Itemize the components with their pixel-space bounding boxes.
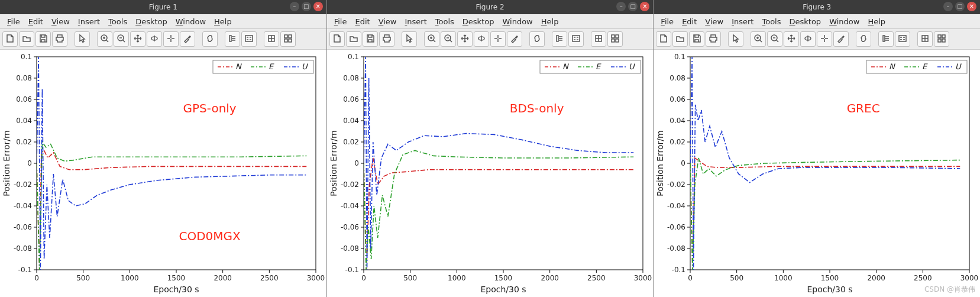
colorbar-button[interactable] bbox=[552, 31, 567, 47]
menu-help[interactable]: Help bbox=[211, 16, 235, 27]
zoom-out-icon bbox=[117, 34, 126, 45]
grid-icon bbox=[594, 34, 603, 45]
zoom-out-button[interactable] bbox=[441, 31, 456, 47]
menu-window[interactable]: Window bbox=[826, 16, 863, 27]
save-button[interactable] bbox=[363, 31, 378, 47]
menu-view[interactable]: View bbox=[48, 16, 73, 27]
svg-text:N: N bbox=[562, 62, 569, 71]
new-button[interactable] bbox=[2, 31, 18, 47]
rotate3d-button[interactable] bbox=[474, 31, 489, 47]
data-cursor-button[interactable] bbox=[490, 31, 506, 47]
menu-edit[interactable]: Edit bbox=[678, 16, 700, 27]
minimize-button[interactable]: – bbox=[943, 2, 953, 11]
grid-button[interactable] bbox=[591, 31, 606, 47]
menu-file[interactable]: File bbox=[331, 16, 351, 27]
menu-window[interactable]: Window bbox=[499, 16, 536, 27]
menu-file[interactable]: File bbox=[4, 16, 24, 27]
link-button[interactable] bbox=[529, 31, 545, 47]
menu-insert[interactable]: Insert bbox=[728, 16, 757, 27]
new-icon bbox=[5, 34, 15, 45]
pointer-button[interactable] bbox=[75, 31, 90, 47]
pan-button[interactable] bbox=[784, 31, 799, 47]
zoom-in-button[interactable] bbox=[751, 31, 766, 47]
menu-tools[interactable]: Tools bbox=[432, 16, 458, 27]
new-button[interactable] bbox=[656, 31, 671, 47]
close-button[interactable]: × bbox=[967, 2, 976, 11]
menu-tools[interactable]: Tools bbox=[758, 16, 784, 27]
data-cursor-button[interactable] bbox=[817, 31, 832, 47]
pointer-button[interactable] bbox=[728, 31, 743, 47]
zoom-in-button[interactable] bbox=[97, 31, 112, 47]
new-button[interactable] bbox=[329, 31, 345, 47]
brush-button[interactable] bbox=[180, 31, 195, 47]
open-button[interactable] bbox=[672, 31, 688, 47]
menu-insert[interactable]: Insert bbox=[75, 16, 104, 27]
menu-view[interactable]: View bbox=[375, 16, 400, 27]
link-button[interactable] bbox=[856, 31, 871, 47]
zoom-in-icon bbox=[753, 34, 763, 45]
menu-view[interactable]: View bbox=[701, 16, 727, 27]
legend-button[interactable] bbox=[568, 31, 584, 47]
menu-edit[interactable]: Edit bbox=[25, 16, 47, 27]
svg-text:COD0MGX: COD0MGX bbox=[179, 229, 241, 243]
svg-text:-0.02: -0.02 bbox=[341, 180, 359, 189]
save-button[interactable] bbox=[35, 31, 51, 47]
minimize-button[interactable]: – bbox=[616, 2, 626, 11]
svg-text:0.02: 0.02 bbox=[16, 138, 32, 146]
print-button[interactable] bbox=[379, 31, 394, 47]
link-button[interactable] bbox=[202, 31, 218, 47]
grid-button[interactable] bbox=[917, 31, 933, 47]
menu-file[interactable]: File bbox=[657, 16, 677, 27]
pointer-icon bbox=[731, 34, 740, 45]
svg-text:U: U bbox=[302, 62, 308, 71]
legend-button[interactable] bbox=[895, 31, 910, 47]
svg-text:0: 0 bbox=[688, 274, 693, 282]
subplot-button[interactable] bbox=[934, 31, 949, 47]
colorbar-button[interactable] bbox=[225, 31, 240, 47]
open-button[interactable] bbox=[346, 31, 361, 47]
svg-text:GPS-only: GPS-only bbox=[183, 101, 237, 115]
close-button[interactable]: × bbox=[640, 2, 649, 11]
window-title: Figure 1 bbox=[0, 3, 326, 11]
pointer-button[interactable] bbox=[402, 31, 417, 47]
pan-button[interactable] bbox=[130, 31, 145, 47]
menu-window[interactable]: Window bbox=[172, 16, 209, 27]
zoom-out-button[interactable] bbox=[114, 31, 129, 47]
grid-button[interactable] bbox=[264, 31, 279, 47]
menu-edit[interactable]: Edit bbox=[351, 16, 373, 27]
subplot-button[interactable] bbox=[280, 31, 296, 47]
close-button[interactable]: × bbox=[313, 2, 323, 11]
menu-desktop[interactable]: Desktop bbox=[786, 16, 825, 27]
menu-help[interactable]: Help bbox=[538, 16, 562, 27]
print-button[interactable] bbox=[52, 31, 67, 47]
link-icon bbox=[859, 34, 868, 45]
maximize-button[interactable]: □ bbox=[628, 2, 638, 11]
minimize-button[interactable]: – bbox=[290, 2, 299, 11]
brush-button[interactable] bbox=[833, 31, 849, 47]
zoom-out-button[interactable] bbox=[767, 31, 782, 47]
menu-tools[interactable]: Tools bbox=[105, 16, 131, 27]
maximize-button[interactable]: □ bbox=[955, 2, 965, 11]
maximize-button[interactable]: □ bbox=[302, 2, 311, 11]
colorbar-button[interactable] bbox=[878, 31, 894, 47]
brush-button[interactable] bbox=[507, 31, 522, 47]
pan-button[interactable] bbox=[457, 31, 473, 47]
legend-button[interactable] bbox=[241, 31, 257, 47]
print-button[interactable] bbox=[706, 31, 721, 47]
new-icon bbox=[659, 34, 668, 45]
open-button[interactable] bbox=[19, 31, 34, 47]
data-cursor-button[interactable] bbox=[163, 31, 179, 47]
menu-help[interactable]: Help bbox=[864, 16, 889, 27]
svg-text:500: 500 bbox=[730, 274, 744, 282]
svg-text:-0.1: -0.1 bbox=[18, 266, 32, 274]
save-button[interactable] bbox=[689, 31, 704, 47]
rotate3d-button[interactable] bbox=[147, 31, 162, 47]
svg-text:1500: 1500 bbox=[821, 274, 839, 282]
subplot-button[interactable] bbox=[607, 31, 623, 47]
svg-text:-0.08: -0.08 bbox=[341, 244, 359, 253]
menu-insert[interactable]: Insert bbox=[402, 16, 431, 27]
rotate3d-button[interactable] bbox=[800, 31, 816, 47]
menu-desktop[interactable]: Desktop bbox=[459, 16, 498, 27]
menu-desktop[interactable]: Desktop bbox=[132, 16, 171, 27]
zoom-in-button[interactable] bbox=[424, 31, 439, 47]
